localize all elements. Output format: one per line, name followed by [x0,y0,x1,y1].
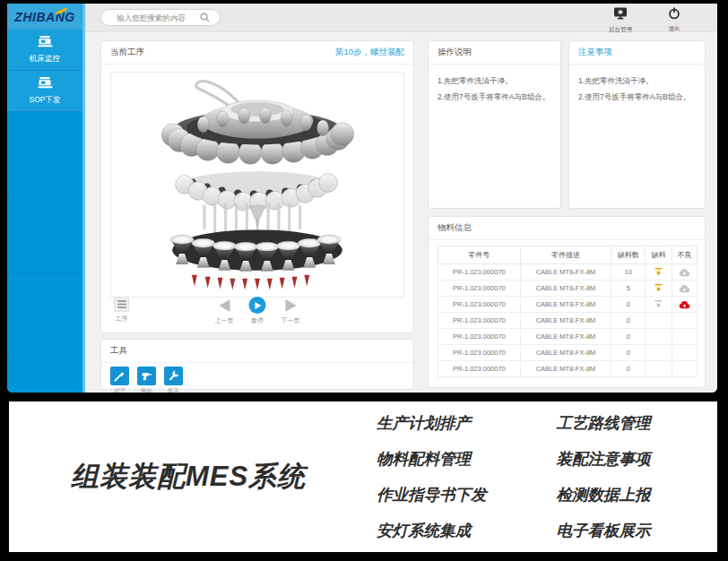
shortage-qty-cell: 0 [611,297,646,313]
materials-table: 零件号 零件描述 缺料数 缺料 不良 PR-1.023.000070 CABLE… [438,246,698,377]
shortage-cell[interactable] [646,264,672,280]
sidebar-item-machine-monitor[interactable]: 机床监控 [7,30,82,71]
search-box[interactable] [100,9,221,26]
materials-panel: 物料信息 零件号 零件描述 缺料数 缺料 不良 PR-1.023.000070 … [428,216,706,388]
mes-app-window: ZHIBANG 机床监控 SOP下发 [7,4,717,393]
table-row[interactable]: PR-1.023.000070 CABLE MT8-FX-8M 5 [438,280,698,297]
shortage-cell[interactable] [646,297,672,313]
table-row[interactable]: PR-1.023.000070 CABLE MT8-FX-8M 0 [438,361,698,377]
feature-item: 检测数据上报 [557,484,651,505]
sidebar-item-label: SOP下发 [30,95,61,106]
table-row[interactable]: PR-1.023.000070 CABLE MT8-FX-8M 0 [438,313,698,329]
shortage-cell[interactable] [646,361,672,377]
materials-table-body: PR-1.023.000070 CABLE MT8-FX-8M 10 PR-1.… [438,264,698,377]
defect-cell[interactable] [672,280,698,297]
tool-label: 起子 [114,387,126,393]
materials-title: 物料信息 [438,222,472,234]
admin-button[interactable]: 后台管理 [597,7,644,34]
next-icon [285,299,296,312]
current-process-title: 当前工序 [110,47,144,58]
notes-panel: 注意事项 1.先把零件洗清干净。 2.使用7号扳手将零件A与B组合。 [568,40,706,209]
table-row[interactable]: PR-1.023.000070 CABLE MT8-FX-8M 0 [438,297,698,313]
part-desc-cell: CABLE MT8-FX-8M [520,280,611,297]
shortage-call-icon[interactable] [654,299,663,309]
defect-cell[interactable] [672,361,698,377]
shortage-call-icon[interactable] [654,267,663,277]
prev-icon [219,299,230,312]
search-input[interactable] [112,13,191,22]
machine-monitor-icon [38,35,53,51]
logout-button[interactable]: 退出 [651,7,698,33]
defect-cell[interactable] [672,297,698,313]
screwdriver-icon [110,367,129,385]
part-no-cell: PR-1.023.000070 [438,313,521,329]
screenshot-stage: ZHIBANG 机床监控 SOP下发 [0,0,728,561]
current-process-header: 当前工序 第10步，螺丝装配 [101,41,413,65]
feature-column-left: 生产计划排产 物料配料管理 作业指导书下发 安灯系统集成 [377,398,487,556]
instructions-header: 操作说明 [429,41,560,65]
logo: ZHIBANG [7,4,82,30]
feature-item: 工艺路线管理 [557,412,651,434]
tools-panel: 工具 起子 电钻 [100,339,414,390]
shortage-cell[interactable] [646,280,672,297]
column-header-defect: 不良 [672,246,698,264]
shortage-qty-cell: 0 [611,313,646,329]
defect-upload-cloud-icon[interactable] [679,268,690,277]
table-row[interactable]: PR-1.023.000070 CABLE MT8-FX-8M 0 [438,345,698,361]
tool-label: 扳手 [168,387,179,393]
note-line: 1.先把零件洗清干净。 [578,73,696,89]
current-step-label[interactable]: 第10步，螺丝装配 [335,47,404,58]
defect-cell[interactable] [672,264,698,280]
process-list-button[interactable]: 工序 [114,297,129,324]
tools-header: 工具 [101,340,413,363]
wrench-icon [164,367,183,385]
current-process-panel: 当前工序 第10步，螺丝装配 [100,40,414,333]
admin-console-icon [613,7,628,24]
part-desc-cell: CABLE MT8-FX-8M [520,264,611,280]
defect-cell[interactable] [672,313,698,329]
feature-item: 电子看板展示 [557,520,651,541]
tool-drill[interactable]: 电钻 [137,367,156,393]
shortage-call-icon[interactable] [654,283,663,293]
part-desc-cell: CABLE MT8-FX-8M [520,329,611,345]
marketing-banner: 组装装配MES系统 生产计划排产 物料配料管理 作业指导书下发 安灯系统集成 工… [9,401,717,552]
prev-page-button[interactable]: 上一页 [215,297,234,325]
shortage-cell[interactable] [646,345,672,361]
instruction-line: 1.先把零件洗清干净。 [438,73,551,89]
exploded-assembly-illustration [111,73,403,297]
pause-label: 暂停 [251,316,264,325]
feature-column-right: 工艺路线管理 装配注意事项 检测数据上报 电子看板展示 [557,398,651,556]
tool-wrench[interactable]: 扳手 [164,367,183,393]
notes-title: 注意事项 [578,47,612,58]
column-header-part-no: 零件号 [438,246,521,264]
sop-dispatch-icon [38,76,53,92]
defect-cell[interactable] [672,345,698,361]
topbar: 后台管理 退出 [85,4,717,32]
note-line: 2.使用7号扳手将零件A与B组合。 [578,89,696,105]
part-desc-cell: CABLE MT8-FX-8M [520,345,611,361]
sidebar-item-sop-dispatch[interactable]: SOP下发 [7,71,82,112]
column-header-shortage: 缺料 [646,246,672,264]
shortage-qty-cell: 0 [611,345,646,361]
shortage-cell[interactable] [646,313,672,329]
next-page-button[interactable]: 下一页 [282,297,300,325]
shortage-cell[interactable] [646,329,672,345]
defect-upload-cloud-icon[interactable] [679,284,690,293]
defect-upload-cloud-icon[interactable] [679,300,690,309]
defect-cell[interactable] [672,329,698,345]
sidebar: ZHIBANG 机床监控 SOP下发 [7,4,85,393]
part-no-cell: PR-1.023.000070 [438,361,521,377]
pause-button[interactable]: 暂停 [249,297,266,325]
search-icon[interactable] [200,13,210,22]
sidebar-empty-cell [7,354,82,393]
next-page-label: 下一页 [282,316,300,325]
play-icon [249,297,266,314]
table-row[interactable]: PR-1.023.000070 CABLE MT8-FX-8M 0 [438,329,698,345]
main-content: 当前工序 第10步，螺丝装配 [85,32,717,393]
column-header-shortage-qty: 缺料数 [611,246,646,264]
part-no-cell: PR-1.023.000070 [438,345,521,361]
table-row[interactable]: PR-1.023.000070 CABLE MT8-FX-8M 10 [438,264,698,280]
tool-screwdriver[interactable]: 起子 [110,367,129,393]
instructions-title: 操作说明 [438,47,472,58]
sidebar-empty-cell [7,273,82,354]
